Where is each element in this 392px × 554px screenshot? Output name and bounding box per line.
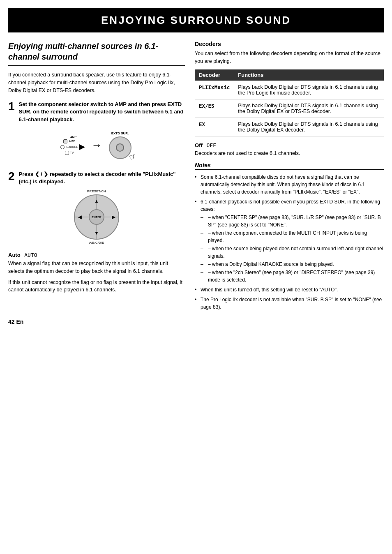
decoder-name-2: EX [195,118,234,136]
decoder-function-2: Plays back Dolby Digital or DTS signals … [234,118,384,136]
tv-text: TV [70,151,74,154]
switch-arrow [79,144,85,150]
decoder-row-1: EX/ESPlays back Dolby Digital or DTS sig… [195,99,384,118]
amp-text: AMP [69,140,75,143]
auto-body-2: If this unit cannot recognize the flag o… [8,279,185,294]
right-column: Decoders You can select from the followi… [195,41,384,325]
left-column: Enjoying multi-channel sources in 6.1-ch… [8,41,185,325]
extd-sur-button: EXTD SUR. ☞ [109,132,131,159]
step-1-text: Set the component selector switch to AMP… [19,101,185,123]
step-2-text: Press ❮ / ❯ repeatedly to select a decod… [19,171,185,185]
note-sub-item-3: – when a Dolby Digital KARAOKE source is… [201,261,384,268]
table-col2-header: Functions [234,69,384,81]
tv-dot [65,151,69,155]
decoder-row-2: EXPlays back Dolby Digital or DTS signal… [195,118,384,136]
nav-enter-button: ENTER [89,209,104,225]
selector-switch-diagram: AMP AMP SOURCE [62,136,85,155]
notes-list: Some 6.1-channel compatible discs do not… [195,173,384,311]
note-sub-item-4: – when the "2ch Stereo" (see page 39) or… [201,269,384,284]
source-dot [60,145,65,149]
decoder-name-1: EX/ES [195,99,234,118]
nav-down-arrow: ▼ [95,231,99,235]
page-number: 42 En [8,319,185,325]
switch-body-svg: AMP SOURCE TV [62,139,77,155]
extd-sur-body: ☞ [109,136,131,159]
step-2: 2 Press ❮ / ❯ repeatedly to select a dec… [8,171,185,245]
note-item-2: When this unit is turned off, this setti… [195,286,384,293]
amp-label: AMP [70,136,77,138]
decoder-table: Decoder Functions PLIIxMusicPlays back D… [195,69,384,136]
decoders-intro: You can select from the following decode… [195,50,384,65]
off-section: Off OFF Decoders are not used to create … [195,142,384,157]
enter-label: ENTER [92,216,101,219]
page-header: ENJOYING SURROUND SOUND [8,8,384,32]
off-mono: OFF [206,142,216,148]
switch-amp-row: AMP [63,139,75,143]
hand-pointer: ☞ [127,150,138,162]
notes-section: Notes Some 6.1-channel compatible discs … [195,162,384,311]
off-label: Off [195,142,203,148]
note-item-1: 6.1-channel playback is not possible eve… [195,198,384,284]
amp-dot [63,139,67,143]
step-1-number: 1 [8,101,15,112]
intro-text: If you connected a surround back speaker… [8,71,185,94]
note-sub-item-0: – when "CENTER SP" (see page 83), "SUR. … [201,214,384,229]
nav-right-arrow: ▶ [112,215,115,220]
switch-with-arrow: AMP SOURCE TV [62,139,85,155]
auto-mono: AUTO [24,252,37,258]
step-1: 1 Set the component selector switch to A… [8,101,185,163]
decoder-function-0: Plays back Dolby Digital or DTS signals … [234,81,384,99]
nav-pad-outer: PRESET/CH ▲ ▼ ◀ ▶ [74,189,119,245]
switch-source-row: SOURCE [60,145,78,149]
extd-sur-label: EXTD SUR. [111,132,129,135]
off-body: Decoders are not used to create 6.1 chan… [195,150,384,157]
nav-pad-container: PRESET/CH ▲ ▼ ◀ ▶ [8,189,185,245]
nav-left-arrow: ◀ [78,215,81,220]
note-sub-item-2: – when the source being played does not … [201,245,384,260]
extd-sur-inner [116,143,124,152]
source-text: SOURCE [66,145,78,148]
step-2-number: 2 [8,171,15,182]
off-heading: Off OFF [195,142,384,148]
note-sub-item-1: – when the component connected to the MU… [201,229,384,244]
decoder-name-0: PLIIxMusic [195,81,234,99]
auto-heading: Auto AUTO [8,252,185,258]
auto-body-1: When a signal flag that can be recognize… [8,260,185,275]
nav-up-arrow: ▲ [95,199,99,203]
abcde-label: A/B/C/D/E [89,241,104,245]
table-col1-header: Decoder [195,69,234,81]
decoder-function-1: Plays back Dolby Digital or DTS signals … [234,99,384,118]
preset-ch-label: PRESET/CH [87,189,106,193]
switch-tv-row: TV [65,151,74,155]
decoders-heading: Decoders [195,41,384,47]
note-item-3: The Pro Logic IIx decoder is not availab… [195,296,384,311]
step-1-diagram: AMP AMP SOURCE [8,127,185,163]
notes-title: Notes [195,162,384,170]
section-title: Enjoying multi-channel sources in 6.1-ch… [8,41,185,66]
note-item-0: Some 6.1-channel compatible discs do not… [195,173,384,196]
nav-pad-disc: ▲ ▼ ◀ ▶ ENTER [74,194,119,240]
arrow-right-symbol: → [92,139,102,152]
decoder-row-0: PLIIxMusicPlays back Dolby Digital or DT… [195,81,384,99]
content-wrapper: Enjoying multi-channel sources in 6.1-ch… [8,41,384,325]
